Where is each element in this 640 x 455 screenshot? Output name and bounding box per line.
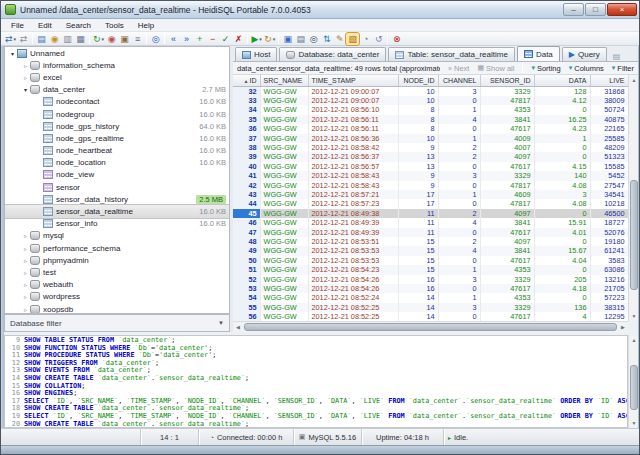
grid-cell[interactable]: 15585 [590,162,628,171]
expanded-arrow-icon[interactable]: ▾ [21,86,30,93]
grid-cell[interactable]: 4097 [480,152,534,161]
grid-cell[interactable]: WGG-GW [260,228,308,237]
grid-cell[interactable]: 3329 [480,86,534,96]
grid-cell[interactable]: 51 [233,265,260,274]
scroll-down-icon[interactable]: ▼ [629,418,639,428]
menu-file[interactable]: File [4,21,31,30]
table-row[interactable]: 51WGG-GW2012-12-21 08:54:231514353063086 [233,265,628,274]
tree-item-phpmyadmin[interactable]: ▹phpmyadmin [5,254,229,266]
grid-cell[interactable]: 2012-12-21 08:52:24 [308,293,398,302]
grid-cell[interactable]: 46 [233,218,260,227]
grid-cell[interactable]: 2012-12-21 08:54:26 [308,284,398,293]
disconnect-icon[interactable]: ⇄ [17,33,30,45]
grid-cell[interactable]: 0 [438,199,480,208]
grid-cell[interactable]: 1 [438,265,480,274]
grid-cell[interactable]: 1 [534,134,590,143]
grid-cell[interactable]: 18727 [590,218,628,227]
collapsed-arrow-icon[interactable]: ▹ [21,269,30,276]
grid-cell[interactable]: 8 [398,115,438,124]
grid-cell[interactable]: 21705 [590,284,628,293]
grid-cell[interactable]: 31868 [590,86,628,96]
grid-cell[interactable]: 1 [438,105,480,114]
grid-cell[interactable]: 15 [398,265,438,274]
grid-cell[interactable]: 41 [233,171,260,180]
table-row[interactable]: 56WGG-GW2012-12-21 08:52:251404761741229… [233,312,628,321]
grid-cell[interactable]: 2 [438,237,480,246]
grid-cell[interactable]: 55 [233,303,260,312]
grid-cell[interactable]: WGG-GW [260,134,308,143]
tree-item-sensor[interactable]: sensor [5,181,229,193]
grid-cell[interactable]: 11 [398,209,438,218]
preferences-icon[interactable]: ≡ [131,33,144,45]
filter-button[interactable]: ▾Filter [612,64,634,73]
grid-cell[interactable]: 4609 [480,190,534,199]
grid-cell[interactable]: 0 [438,284,480,293]
execute-sql-icon[interactable]: ▶▾ [250,33,263,45]
grid-cell[interactable]: 52076 [590,228,628,237]
menu-help[interactable]: Help [131,21,161,30]
grid-cell[interactable]: 2012-12-21 08:56:10 [308,105,398,114]
grid-cell[interactable]: 0 [438,228,480,237]
grid-cell[interactable]: 9 [398,143,438,152]
grid-cell[interactable]: 0 [534,209,590,218]
user-add-icon[interactable]: ◉ [105,33,118,45]
save-icon[interactable]: ▣ [281,33,294,45]
grid-cell[interactable]: 3841 [480,218,534,227]
grid-cell[interactable]: 40 [233,162,260,171]
grid-cell[interactable]: 10 [398,86,438,96]
grid-cell[interactable]: 2012-12-21 08:49:39 [308,218,398,227]
table-row[interactable]: 53WGG-GW2012-12-21 08:54:26160476174.182… [233,284,628,293]
grid-cell[interactable]: 0 [534,237,590,246]
tree-item-node_view[interactable]: node_view [5,169,229,181]
grid-cell[interactable]: 140 [534,171,590,180]
collapsed-arrow-icon[interactable]: ▹ [21,257,30,264]
grid-cell[interactable]: 0 [438,312,480,321]
grid-cell[interactable]: 128 [534,86,590,96]
table-row[interactable]: 45WGG-GW2012-12-21 08:49:381124097046500 [233,209,628,218]
grid-cell[interactable]: 16.25 [534,115,590,124]
grid-cell[interactable]: 2012-12-21 08:49:38 [308,209,398,218]
grid-cell[interactable]: 38 [233,143,260,152]
grid-cell[interactable]: 47817 [480,96,534,105]
column-header-time_stamp[interactable]: TIME_STAMP [308,75,398,86]
grid-cell[interactable]: 54 [233,293,260,302]
grid-cell[interactable]: 47617 [480,124,534,133]
scroll-up-icon[interactable]: ▲ [629,75,639,85]
grid-cell[interactable]: 15 [398,256,438,265]
tree-item-node_location[interactable]: node_location16.0 KB [5,157,229,169]
grid-horizontal-scrollbar[interactable]: ◀ ▶ [233,321,628,332]
grid-cell[interactable]: 4 [438,246,480,255]
refresh-icon[interactable]: ↻▾ [92,33,105,45]
grid-cell[interactable]: WGG-GW [260,312,308,321]
grid-cell[interactable]: 49 [233,246,260,255]
grid-cell[interactable]: WGG-GW [260,96,308,105]
column-header-id[interactable]: ▴ID [233,75,260,86]
grid-cell[interactable]: 61241 [590,246,628,255]
insert-record-icon[interactable]: + [193,33,206,45]
grid-cell[interactable]: 2012-12-21 08:58:43 [308,181,398,190]
edit-icon[interactable]: ✎ [333,33,346,45]
columns-button[interactable]: ▾Columns [569,64,604,73]
grid-cell[interactable]: 37 [233,134,260,143]
grid-cell[interactable]: 15.91 [534,218,590,227]
grid-cell[interactable]: 4097 [480,237,534,246]
sql-log-panel[interactable]: 9SHOW TABLE STATUS FROM `data_center`;10… [4,335,628,428]
table-row[interactable]: 36WGG-GW2012-12-21 08:56:1180476174.2322… [233,124,628,133]
grid-cell[interactable]: 1 [438,134,480,143]
grid-hscroll-thumb[interactable] [244,323,617,331]
grid-cell[interactable]: 2 [438,152,480,161]
grid-cell[interactable]: 2012-12-21 08:53:53 [308,256,398,265]
menu-search[interactable]: Search [59,21,98,30]
table-row[interactable]: 41WGG-GW2012-12-21 08:58:439333291405452 [233,171,628,180]
grid-cell[interactable]: 0 [438,96,480,105]
grid-cell[interactable]: 46500 [590,209,628,218]
menu-tools[interactable]: Tools [98,21,131,30]
grid-cell[interactable]: 4353 [480,293,534,302]
snippets-icon[interactable]: ▧ [346,33,359,45]
save-as-icon[interactable]: ▤ [294,33,307,45]
table-row[interactable]: 32WGG-GW2012-12-21 09:00:071033329128318… [233,86,628,96]
tab-query[interactable]: ▶Query [562,47,607,61]
grid-cell[interactable]: 15 [398,246,438,255]
grid-cell[interactable]: 2012-12-21 08:58:43 [308,171,398,180]
grid-cell[interactable]: 2012-12-21 08:52:25 [308,312,398,321]
